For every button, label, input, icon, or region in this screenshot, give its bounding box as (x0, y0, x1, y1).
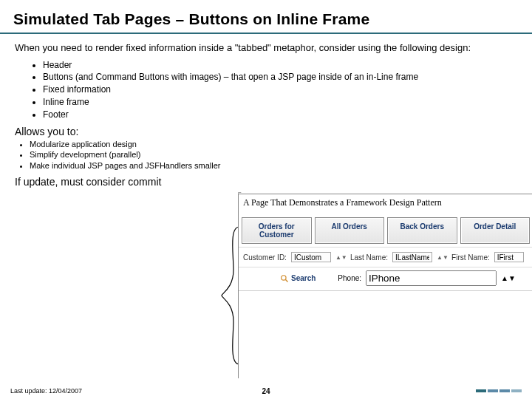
bullet-item: Footer (43, 109, 519, 121)
tab-orders-for-customer[interactable]: Orders for Customer (242, 217, 312, 244)
footer-brand-bars (476, 389, 522, 392)
design-bullets: Header Buttons (and Command Buttons with… (43, 59, 519, 121)
mock-page-title: A Page That Demonstrates a Framework Des… (239, 194, 532, 214)
tab-back-orders[interactable]: Back Orders (387, 217, 457, 244)
bullet-item: Simplify development (parallel) (30, 149, 519, 160)
tabs-row: Orders for Customer All Orders Back Orde… (239, 214, 532, 247)
allows-bullets: Modularize application design Simplify d… (30, 139, 519, 172)
bullet-item: Buttons (and Command Buttons with images… (43, 71, 519, 83)
bullet-item: Header (43, 59, 519, 72)
page-number: 24 (262, 387, 270, 395)
commit-note: If update, must consider commit (15, 176, 519, 188)
customer-id-label: Customer ID: (243, 253, 287, 262)
bullet-item: Modularize application design (30, 139, 519, 150)
bullet-item: Make individual JSP pages and JSFHandler… (30, 160, 519, 171)
framework-mock: A Page That Demonstrates a Framework Des… (238, 194, 532, 378)
first-name-field[interactable] (494, 252, 524, 262)
last-name-label: Last Name: (350, 253, 388, 262)
first-name-label: First Name: (451, 253, 490, 262)
info-row-1: Customer ID: ▲▼ Last Name: ▲▼ First Name… (239, 247, 532, 267)
search-label: Search (291, 274, 316, 282)
title-divider (0, 33, 532, 34)
phone-label: Phone: (338, 274, 361, 282)
bullet-item: Inline frame (43, 96, 519, 109)
slide-title: Simulated Tab Pages – Buttons on Inline … (13, 10, 519, 28)
last-name-field[interactable] (392, 252, 432, 262)
phone-field[interactable] (366, 270, 497, 286)
customer-id-field[interactable] (291, 252, 331, 262)
bullet-item: Fixed information (43, 83, 519, 96)
spinner-icon: ▲▼ (501, 274, 516, 282)
slide-footer: Last update: 12/04/2007 24 (0, 383, 532, 399)
allows-heading: Allows you to: (15, 126, 519, 137)
intro-text: When you need to render fixed informatio… (15, 41, 519, 55)
last-update: Last update: 12/04/2007 (10, 387, 82, 395)
svg-line-1 (286, 279, 288, 282)
spinner-icon: ▲▼ (437, 254, 447, 261)
tab-order-detail[interactable]: Order Detail (460, 217, 531, 244)
tab-all-orders[interactable]: All Orders (315, 217, 385, 244)
svg-point-0 (282, 275, 286, 279)
search-icon (280, 274, 289, 283)
info-row-2: Search Phone: ▲▼ State (239, 267, 532, 290)
spinner-icon: ▲▼ (335, 254, 346, 261)
search-button[interactable]: Search (243, 274, 316, 283)
inline-frame-area (239, 290, 532, 378)
